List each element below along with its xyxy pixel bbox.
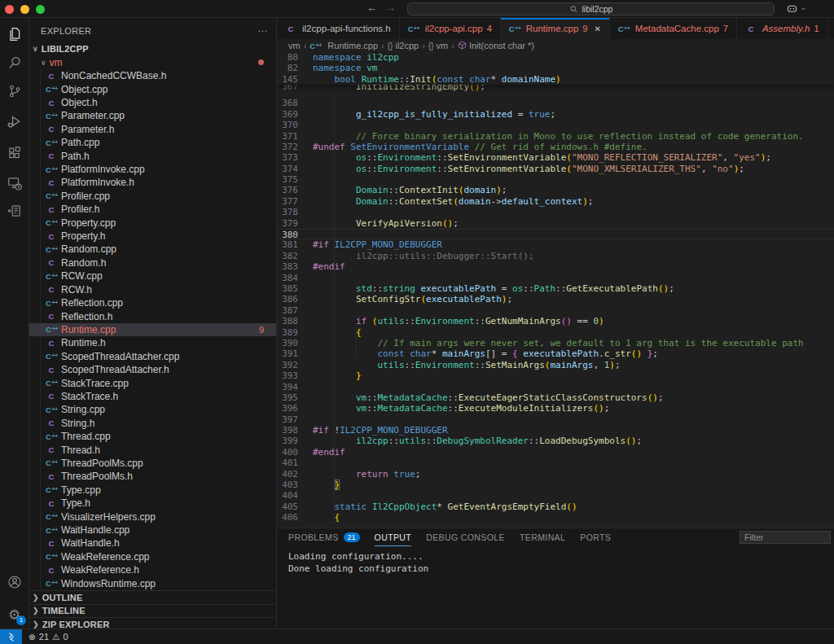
file-reflection-cpp[interactable]: C++Reflection.cpp [29, 296, 277, 309]
file-runtime-cpp[interactable]: C++Runtime.cpp9 [29, 323, 277, 336]
code-line-405[interactable]: 405 static Il2CppObject* GetEventArgsEmp… [277, 502, 834, 512]
line-number[interactable]: 375 [277, 174, 298, 185]
file-threadpoolms-cpp[interactable]: C++ThreadPoolMs.cpp [29, 457, 277, 470]
file-scopedthreadattacher-h[interactable]: CScopedThreadAttacher.h [29, 363, 277, 376]
line-number[interactable]: 382 [277, 251, 298, 261]
file-thread-h[interactable]: CThread.h [29, 443, 277, 456]
code-line-401[interactable]: 401 [277, 458, 834, 468]
code-line-82[interactable]: 82namespace vm [277, 63, 834, 73]
line-number[interactable]: 400 [277, 447, 298, 458]
line-number[interactable]: 403 [277, 480, 298, 490]
code-line-388[interactable]: 388 if (utils::Environment::GetNumMainAr… [277, 316, 834, 326]
activity-item-account[interactable] [0, 570, 29, 594]
activity-item-references[interactable] [0, 199, 29, 223]
line-number[interactable]: 80 [277, 52, 298, 63]
file-random-h[interactable]: CRandom.h [29, 256, 277, 269]
code-line-376[interactable]: 376 Domain::ContextInit(domain); [277, 185, 834, 195]
code-editor[interactable]: 80namespace il2cpp82namespace vm145 bool… [277, 52, 834, 528]
file-weakreference-cpp[interactable]: C++WeakReference.cpp [29, 550, 277, 563]
file-profiler-h[interactable]: CProfiler.h [29, 203, 277, 216]
file-reflection-h[interactable]: CReflection.h [29, 309, 277, 322]
file-platforminvoke-cpp[interactable]: C++PlatformInvoke.cpp [29, 163, 277, 176]
code-line-390[interactable]: 390 // If main args were never set, we d… [277, 338, 834, 348]
output-filter-input[interactable] [740, 531, 831, 544]
file-stacktrace-cpp[interactable]: C++StackTrace.cpp [29, 376, 277, 389]
code-line-385[interactable]: 385 std::string executablePath = os::Pat… [277, 283, 834, 294]
line-number[interactable]: 374 [277, 164, 298, 174]
file-threadpoolms-h[interactable]: CThreadPoolMs.h [29, 470, 277, 483]
line-number[interactable]: 388 [277, 316, 298, 326]
activity-item-run-and-debug[interactable] [0, 109, 29, 134]
file-rcw-h[interactable]: CRCW.h [29, 283, 277, 296]
code-line-397[interactable]: 397 [277, 414, 834, 425]
file-windowsruntime-cpp[interactable]: C++WindowsRuntime.cpp [29, 576, 277, 589]
line-number[interactable]: 395 [277, 392, 298, 403]
line-number[interactable]: 383 [277, 261, 298, 272]
section-timeline[interactable]: ❯TIMELINE [29, 604, 277, 617]
file-type-h[interactable]: CType.h [29, 497, 277, 510]
breadcrumb-item-vm[interactable]: vm [288, 41, 301, 50]
folder-vm[interactable]: ∨ vm [29, 56, 277, 69]
line-number[interactable]: 392 [277, 360, 298, 370]
line-number[interactable]: 401 [277, 458, 298, 468]
file-parameter-h[interactable]: CParameter.h [29, 123, 277, 136]
activity-item-settings[interactable]: ⚙1 [0, 602, 29, 627]
output-content[interactable]: Loading configuration....Done loading co… [288, 551, 428, 575]
line-number[interactable]: 402 [277, 469, 298, 480]
file-string-cpp[interactable]: C++String.cpp [29, 403, 277, 416]
code-line-367[interactable]: 367 InitializeStringEmpty(); [277, 85, 485, 92]
code-line-389[interactable]: 389 { [277, 327, 834, 338]
code-line-403[interactable]: 403 } [277, 480, 834, 490]
close-icon[interactable]: ✕ [594, 24, 600, 33]
file-noncachedccwbase-h[interactable]: CNonCachedCCWBase.h [29, 69, 277, 82]
tab-il2cpp-api-cpp[interactable]: C++il2cpp-api.cpp4 [400, 18, 501, 39]
code-line-145[interactable]: 145 bool Runtime::Init(const char* domai… [277, 74, 834, 85]
tab-runtime-cpp[interactable]: C++Runtime.cpp9✕ [501, 18, 610, 39]
line-number[interactable]: 394 [277, 382, 298, 392]
line-number[interactable]: 406 [277, 512, 298, 523]
code-line-384[interactable]: 384 [277, 273, 834, 283]
line-number[interactable]: 373 [277, 152, 298, 163]
code-line-374[interactable]: 374 os::Environment::SetEnvironmentVaria… [277, 164, 834, 174]
activity-item-search[interactable] [0, 50, 29, 75]
code-line-382[interactable]: 382 il2cpp::utils::Debugger::Start(); [277, 251, 834, 261]
copilot-menu[interactable]: ⌄ [786, 2, 810, 15]
code-line-380[interactable]: 380 [277, 229, 834, 239]
line-number[interactable]: 378 [277, 207, 298, 217]
file-scopedthreadattacher-cpp[interactable]: C++ScopedThreadAttacher.cpp [29, 350, 277, 363]
line-number[interactable]: 145 [277, 74, 298, 85]
code-line-386[interactable]: 386 SetConfigStr(executablePath); [277, 294, 834, 304]
line-number[interactable]: 82 [277, 63, 298, 73]
code-line-398[interactable]: 398#if !IL2CPP_MONO_DEBUGGER [277, 425, 834, 436]
code-line-396[interactable]: 396 vm::MetadataCache::ExecuteModuleInit… [277, 403, 834, 414]
activity-item-remote-explorer[interactable] [0, 171, 29, 195]
navigate-back-button[interactable]: ← [367, 2, 377, 14]
line-number[interactable]: 387 [277, 305, 298, 316]
panel-tab-ports[interactable]: PORTS [580, 528, 611, 546]
panel-tab-output[interactable]: OUTPUT [375, 528, 412, 546]
line-number[interactable]: 386 [277, 294, 298, 304]
file-path-cpp[interactable]: C++Path.cpp [29, 136, 277, 149]
file-stacktrace-h[interactable]: CStackTrace.h [29, 390, 277, 403]
code-line-383[interactable]: 383#endif [277, 261, 834, 272]
line-number[interactable]: 370 [277, 120, 298, 130]
code-line-377[interactable]: 377 Domain::ContextSet(domain->default_c… [277, 196, 834, 207]
file-path-h[interactable]: CPath.h [29, 149, 277, 162]
maximize-window-button[interactable] [36, 5, 45, 14]
breadcrumb-item-runtime-cpp[interactable]: C++Runtime.cpp [309, 41, 378, 50]
code-line-368[interactable]: 368 [277, 98, 834, 108]
code-line-372[interactable]: 372#undef SetEnvironmentVariable // Get … [277, 142, 834, 152]
file-property-h[interactable]: CProperty.h [29, 230, 277, 243]
breadcrumb-item-il2cpp[interactable]: {}il2cpp [388, 41, 419, 50]
file-object-h[interactable]: CObject.h [29, 96, 277, 109]
code-line-393[interactable]: 393 } [277, 370, 834, 381]
close-window-button[interactable] [5, 5, 14, 14]
line-number[interactable]: 384 [277, 273, 298, 283]
code-line-392[interactable]: 392 utils::Environment::SetMainArgs(main… [277, 360, 834, 370]
line-number[interactable]: 380 [277, 230, 298, 240]
code-line-399[interactable]: 399 il2cpp::utils::DebugSymbolReader::Lo… [277, 436, 834, 446]
file-waithandle-h[interactable]: CWaitHandle.h [29, 537, 277, 550]
file-weakreference-h[interactable]: CWeakReference.h [29, 563, 277, 576]
file-string-h[interactable]: CString.h [29, 417, 277, 430]
minimize-window-button[interactable] [20, 5, 29, 14]
